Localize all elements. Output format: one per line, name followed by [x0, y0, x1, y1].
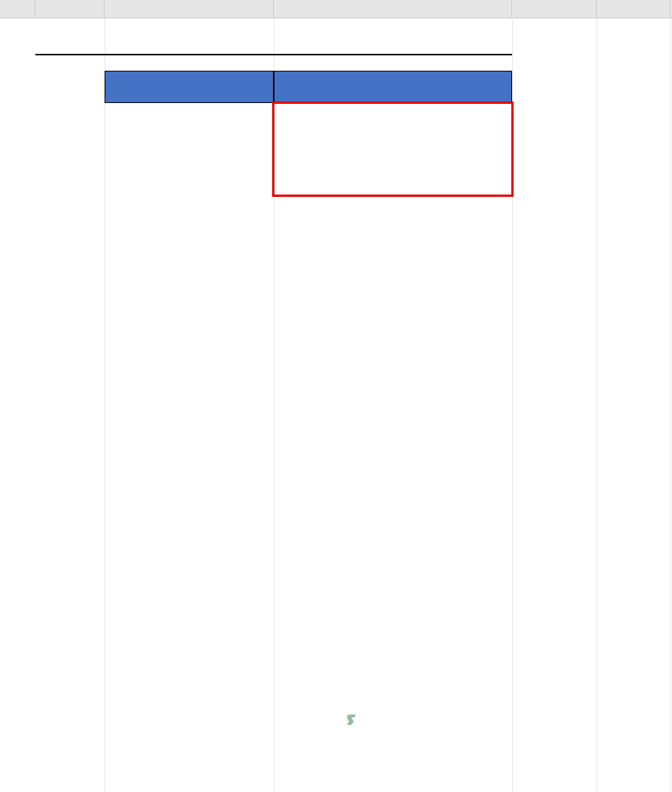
gridline — [512, 18, 513, 792]
data-table — [105, 71, 512, 103]
select-all-corner[interactable] — [0, 0, 35, 18]
column-header-e[interactable] — [597, 0, 670, 18]
column-header-a[interactable] — [35, 0, 105, 18]
exceldemy-logo-icon — [344, 713, 358, 727]
column-headers — [0, 0, 672, 18]
header-book[interactable] — [274, 71, 512, 103]
table-header-row — [105, 71, 512, 103]
gridline — [105, 18, 105, 792]
gridline — [597, 18, 597, 792]
column-header-c[interactable] — [274, 0, 512, 18]
column-header-d[interactable] — [512, 0, 597, 18]
merged-cell-c4-c7[interactable] — [274, 103, 512, 195]
spreadsheet-grid — [0, 0, 672, 792]
page-title[interactable] — [35, 18, 512, 55]
sheet-area[interactable] — [35, 18, 672, 792]
column-header-b[interactable] — [105, 0, 274, 18]
header-author[interactable] — [105, 71, 274, 103]
gridline — [670, 18, 671, 792]
watermark — [344, 713, 363, 727]
